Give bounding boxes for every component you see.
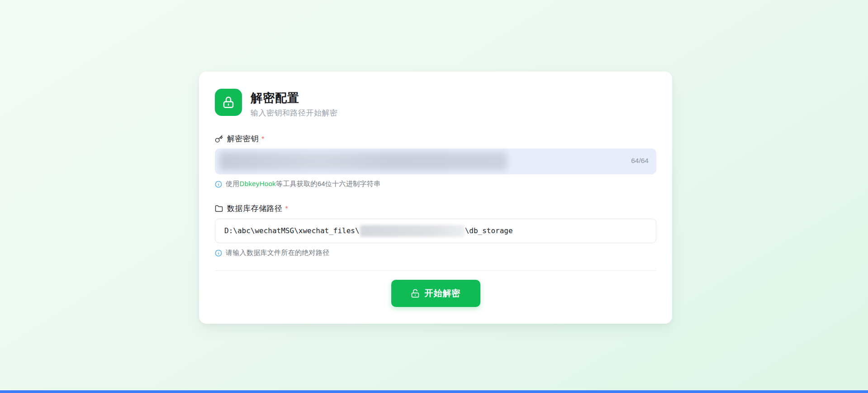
key-icon [215, 135, 223, 143]
path-value-suffix: \db_storage [465, 226, 513, 235]
button-row: 开始解密 [215, 280, 656, 307]
divider [215, 270, 656, 271]
page-subtitle: 输入密钥和路径开始解密 [251, 108, 338, 118]
key-helper-text: 使用DbkeyHook等工具获取的64位十六进制字符串 [226, 180, 380, 188]
path-value-prefix: D:\abc\wechatMSG\xwechat_files\ [224, 226, 360, 235]
bottom-bar [0, 390, 868, 393]
folder-icon [215, 205, 223, 213]
redacted-path-segment [360, 225, 465, 237]
decrypt-key-input[interactable]: 64/64 [215, 149, 656, 174]
unlock-icon [411, 289, 420, 298]
start-decrypt-label: 开始解密 [425, 288, 461, 299]
header-text: 解密配置 输入密钥和路径开始解密 [251, 89, 338, 118]
path-required-asterisk: * [285, 205, 289, 213]
path-field-label: 数据库存储路径 [227, 203, 283, 214]
page-title: 解密配置 [251, 91, 338, 105]
key-required-asterisk: * [261, 135, 265, 144]
db-path-input[interactable]: D:\abc\wechatMSG\xwechat_files\\db_stora… [215, 219, 656, 243]
info-icon [215, 181, 222, 188]
path-field-label-row: 数据库存储路径 * [215, 204, 656, 213]
dbkeyhook-link[interactable]: DbkeyHook [240, 180, 276, 187]
path-helper-text: 请输入数据库文件所在的绝对路径 [226, 249, 330, 257]
card-header: 解密配置 输入密钥和路径开始解密 [215, 89, 656, 118]
key-helper-row: 使用DbkeyHook等工具获取的64位十六进制字符串 [215, 180, 656, 188]
start-decrypt-button[interactable]: 开始解密 [391, 280, 480, 307]
key-char-counter: 64/64 [631, 157, 649, 165]
redacted-key-value [219, 152, 507, 170]
lock-icon [215, 89, 242, 116]
key-field-label: 解密密钥 [227, 134, 259, 144]
path-helper-row: 请输入数据库文件所在的绝对路径 [215, 249, 656, 257]
decrypt-config-card: 解密配置 输入密钥和路径开始解密 解密密钥 * 64/64 使用DbkeyHoo… [199, 72, 672, 324]
info-icon [215, 249, 222, 257]
key-field-label-row: 解密密钥 * [215, 134, 656, 144]
